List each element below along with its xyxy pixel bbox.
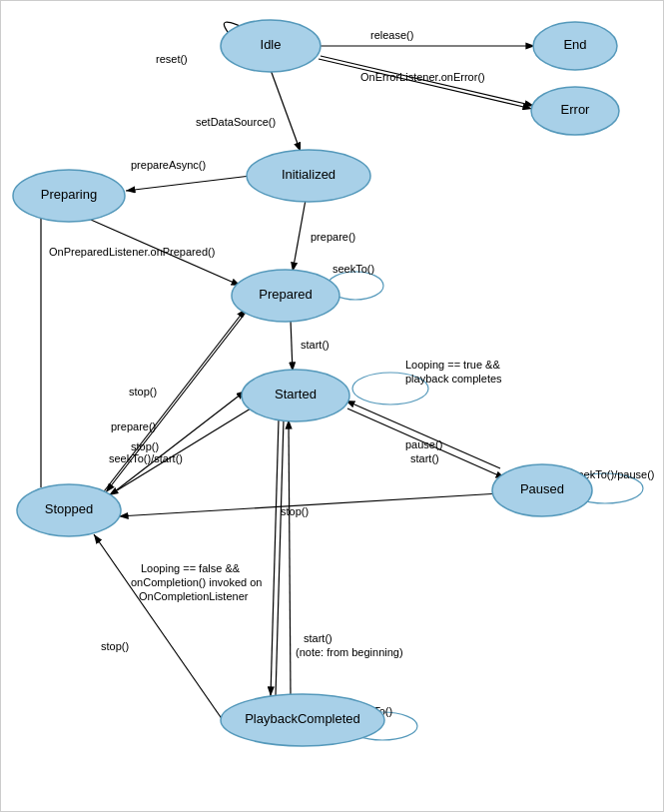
label-seekto-prepared: seekTo()	[332, 263, 374, 275]
svg-line-5	[271, 70, 301, 152]
label-start1: start()	[301, 339, 330, 351]
label-prepare-stopped: prepare()	[111, 420, 156, 432]
label-start-playback2: (note: from beginning)	[296, 646, 403, 658]
label-stop-playback: stop()	[101, 640, 129, 652]
state-stopped-label: Stopped	[45, 501, 93, 516]
label-prepare1: prepare()	[311, 231, 355, 243]
label-prepareasync1: prepareAsync()	[131, 159, 206, 171]
diagram-container: release() OnErrorListener.onError() rese…	[0, 0, 664, 812]
svg-line-4	[319, 59, 532, 109]
label-looping-false1: Looping == false &&	[141, 562, 241, 574]
state-initialized-label: Initialized	[282, 167, 335, 182]
svg-line-21	[289, 419, 291, 696]
label-onerror: OnErrorListener.onError()	[360, 71, 485, 83]
label-seekto-start: seekTo()/start()	[109, 452, 183, 464]
label-looping-true: Looping == true &&	[405, 359, 500, 371]
state-started-label: Started	[275, 387, 317, 402]
label-onprepared: OnPreparedListener.onPrepared()	[49, 246, 215, 258]
label-stop-paused: stop()	[281, 505, 309, 517]
label-playback-completes: playback completes	[405, 373, 502, 385]
state-prepared-label: Prepared	[259, 287, 312, 302]
label-looping-false3: OnCompletionListener	[139, 590, 249, 602]
svg-line-11	[101, 309, 246, 495]
state-playbackcompleted-label: PlaybackCompleted	[245, 711, 360, 726]
label-stop-started: stop()	[131, 440, 159, 452]
label-start-playback1: start()	[304, 632, 332, 644]
svg-line-9	[291, 320, 293, 372]
label-release: release()	[370, 29, 413, 41]
label-looping-false2: onCompletion() invoked on	[131, 576, 262, 588]
state-error-label: Error	[561, 102, 591, 117]
state-paused-label: Paused	[520, 481, 564, 496]
state-end-label: End	[563, 37, 586, 52]
label-reset: reset()	[156, 53, 188, 65]
svg-line-16	[119, 493, 500, 516]
svg-line-8	[293, 200, 306, 272]
label-start-paused: start()	[410, 452, 439, 464]
label-stop-prepared: stop()	[129, 386, 157, 398]
svg-line-6	[126, 176, 251, 191]
state-preparing-label: Preparing	[41, 187, 97, 202]
state-idle-label: Idle	[261, 37, 282, 52]
svg-line-12	[106, 391, 246, 498]
label-setdatasource: setDataSource()	[196, 116, 276, 128]
svg-line-10	[106, 309, 249, 492]
